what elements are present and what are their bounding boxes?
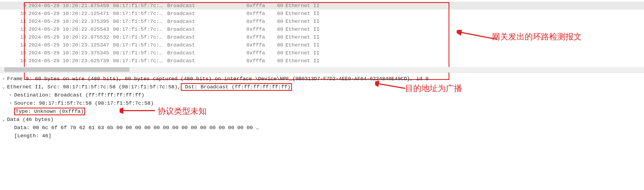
cell-len: 60 [270,18,285,24]
cell-time: 2024-05-29 10:20:21.875459 [29,3,113,9]
cell-no: 10 [12,11,29,17]
cell-proto: 0xfffa [238,58,270,64]
cell-info: Ethernet II [285,34,644,40]
cell-time: 2024-05-29 10:20:23.375345 [29,50,113,56]
cell-dst: Broadcast [167,50,238,56]
cell-no: 9 [12,3,29,9]
cell-dst: Broadcast [167,26,238,32]
cell-info: Ethernet II [285,3,644,9]
cell-no: 16 [12,58,29,64]
cell-src: 98:17:f1:5f:7c:… [113,58,167,64]
cell-proto: 0xfffa [238,26,270,32]
cell-proto: 0xfffa [238,50,270,56]
cell-src: 98:17:f1:5f:7c:… [113,34,167,40]
tree-frame[interactable]: › Frame 9: 60 bytes on wire (480 bits), … [0,75,644,83]
table-row[interactable]: 92024-05-29 10:20:21.87545998:17:f1:5f:7… [0,2,644,10]
scrollbar-thumb[interactable] [4,67,129,72]
cell-time: 2024-05-29 10:20:22.875532 [29,34,113,40]
cell-dst: Broadcast [167,58,238,64]
table-row[interactable]: 162024-05-29 10:20:23.62573998:17:f1:5f:… [0,57,644,65]
packet-list: 92024-05-29 10:20:21.87545998:17:f1:5f:7… [0,0,644,66]
cell-src: 98:17:f1:5f:7c:… [113,18,167,24]
cell-no: 13 [12,34,29,40]
cell-time: 2024-05-29 10:20:22.625543 [29,26,113,32]
cell-proto: 0xfffa [238,42,270,48]
cell-dst: Broadcast [167,3,238,9]
highlight-box-type: Type: Unknown (0xfffa) [14,108,85,115]
chevron-right-icon[interactable]: › [7,93,14,98]
cell-src: 98:17:f1:5f:7c:… [113,26,167,32]
horizontal-scrollbar[interactable] [0,67,644,72]
cell-time: 2024-05-29 10:20:22.125471 [29,11,113,17]
table-row[interactable]: 102024-05-29 10:20:22.12547198:17:f1:5f:… [0,10,644,17]
cell-len: 60 [270,26,285,32]
cell-dst: Broadcast [167,42,238,48]
cell-src: 98:17:f1:5f:7c:… [113,3,167,9]
table-row[interactable]: 112024-05-29 10:20:22.37539598:17:f1:5f:… [0,17,644,25]
cell-src: 98:17:f1:5f:7c:… [113,11,167,17]
cell-info: Ethernet II [285,26,644,32]
table-row[interactable] [0,65,644,66]
cell-proto: 0xfffa [238,3,270,9]
cell-info: Ethernet II [285,42,644,48]
tree-type[interactable]: Type: Unknown (0xfffa) [0,107,644,116]
cell-no: 11 [12,18,29,24]
table-row[interactable]: 152024-05-29 10:20:23.37534598:17:f1:5f:… [0,49,644,57]
tree-destination[interactable]: › Destination: Broadcast (ff:ff:ff:ff:ff… [0,91,644,99]
chevron-down-icon[interactable]: ⌄ [0,84,7,90]
cell-no: 12 [12,26,29,32]
cell-src: 98:17:f1:5f:7c:… [113,50,167,56]
highlight-box-dst: Dst: Broadcast (ff:ff:ff:ff:ff:ff) [181,83,292,91]
cell-dst: Broadcast [167,18,238,24]
cell-info: Ethernet II [285,58,644,64]
chevron-right-icon[interactable]: › [7,101,14,106]
table-row[interactable]: 132024-05-29 10:20:22.87553298:17:f1:5f:… [0,33,644,41]
cell-no: 14 [12,42,29,48]
cell-len: 60 [270,34,285,40]
cell-no: 15 [12,50,29,56]
tree-source[interactable]: › Source: 98:17:f1:5f:7c:58 (98:17:f1:5f… [0,99,644,107]
chevron-down-icon[interactable]: ⌄ [0,117,7,122]
tree-data[interactable]: ⌄ Data (46 bytes) [0,116,644,124]
cell-dst: Broadcast [167,11,238,17]
cell-time: 2024-05-29 10:20:23.125347 [29,42,113,48]
tree-data-hex[interactable]: Data: 00 6c 6f 6f 70 62 61 63 6b 00 00 0… [0,124,644,132]
table-row[interactable]: 142024-05-29 10:20:23.12534798:17:f1:5f:… [0,41,644,49]
cell-len: 60 [270,3,285,9]
cell-src: 98:17:f1:5f:7c:… [113,42,167,48]
cell-info: Ethernet II [285,50,644,56]
cell-proto: 0xfffa [238,34,270,40]
cell-time: 2024-05-29 10:20:23.625739 [29,58,113,64]
tree-ethernet[interactable]: ⌄ Ethernet II, Src: 98:17:f1:5f:7c:58 (9… [0,83,644,91]
cell-info: Ethernet II [285,18,644,24]
cell-proto: 0xfffa [238,11,270,17]
cell-info: Ethernet II [285,11,644,17]
cell-time: 2024-05-29 10:20:22.375395 [29,18,113,24]
packet-details: › Frame 9: 60 bytes on wire (480 bits), … [0,72,644,145]
cell-len: 60 [270,50,285,56]
cell-len: 60 [270,58,285,64]
cell-len: 60 [270,11,285,17]
cell-len: 60 [270,42,285,48]
table-row[interactable]: 122024-05-29 10:20:22.62554398:17:f1:5f:… [0,25,644,33]
chevron-right-icon[interactable]: › [0,76,7,81]
tree-data-length[interactable]: [Length: 46] [0,132,644,140]
cell-dst: Broadcast [167,34,238,40]
cell-proto: 0xfffa [238,18,270,24]
